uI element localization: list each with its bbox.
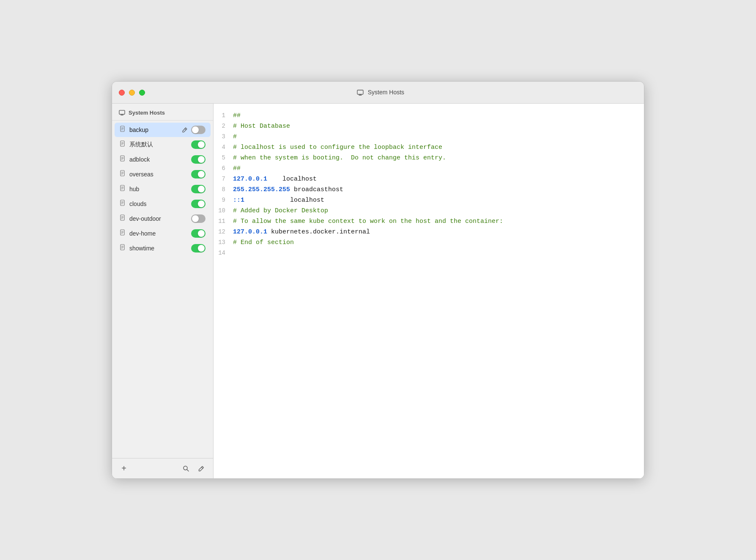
svg-line-10 xyxy=(185,129,186,130)
line-number: 14 xyxy=(214,248,233,258)
line-content[interactable]: 127.0.0.1 kubernetes.docker.internal xyxy=(233,227,637,237)
ip-text: 127.0.0.1 xyxy=(233,228,267,236)
line-content[interactable]: 127.0.0.1 localhost xyxy=(233,174,637,184)
sidebar-item-actions xyxy=(191,140,205,149)
line-number: 5 xyxy=(214,153,233,163)
sidebar-header-label: System Hosts xyxy=(129,110,165,116)
toggle-overseas[interactable] xyxy=(191,170,205,178)
app-window: System Hosts System Hosts backup xyxy=(112,81,644,479)
file-icon xyxy=(120,229,126,238)
code-line: 1## xyxy=(214,110,644,121)
toggle-dev-outdoor[interactable] xyxy=(191,214,205,223)
editor-area[interactable]: 1##2# Host Database3#4# localhost is use… xyxy=(214,104,644,478)
file-icon xyxy=(120,244,126,253)
line-number: 1 xyxy=(214,110,233,121)
code-line: 8255.255.255.255 broadcasthost xyxy=(214,184,644,195)
line-number: 9 xyxy=(214,195,233,205)
toggle-showtime[interactable] xyxy=(191,244,205,253)
sidebar-item-showtime[interactable]: showtime xyxy=(115,241,211,255)
code-line: 4# localhost is used to configure the lo… xyxy=(214,142,644,153)
sidebar-item-label: showtime xyxy=(129,245,188,252)
toggle-adblock[interactable] xyxy=(191,155,205,164)
file-icon xyxy=(120,140,126,149)
line-number: 6 xyxy=(214,163,233,173)
sidebar-item-actions xyxy=(191,214,205,223)
code-line: 2# Host Database xyxy=(214,121,644,132)
sidebar: System Hosts backup 系统默认 adblock xyxy=(112,104,214,478)
sidebar-item-label: backup xyxy=(129,126,178,133)
file-icon xyxy=(120,170,126,178)
sidebar-item-label: dev-outdoor xyxy=(129,215,188,222)
monitor-icon xyxy=(119,110,125,116)
toggle-knob xyxy=(192,126,199,133)
comment-text: # localhost is used to configure the loo… xyxy=(233,144,442,151)
sidebar-header: System Hosts xyxy=(112,104,213,121)
line-content[interactable]: ## xyxy=(233,111,637,121)
toggle-knob xyxy=(192,215,199,222)
sidebar-item-actions xyxy=(181,126,205,134)
code-line: 9::1 localhost xyxy=(214,195,644,206)
line-number: 3 xyxy=(214,132,233,142)
sidebar-item-dev-home[interactable]: dev-home xyxy=(115,226,211,241)
line-content[interactable]: ## xyxy=(233,164,637,174)
file-icon xyxy=(120,155,126,164)
file-icon xyxy=(120,126,126,134)
sidebar-item-overseas[interactable]: overseas xyxy=(115,167,211,181)
svg-rect-3 xyxy=(119,110,125,114)
line-content[interactable]: # when the system is booting. Do not cha… xyxy=(233,153,637,163)
line-content[interactable]: # Added by Docker Desktop xyxy=(233,206,637,216)
line-content[interactable]: # End of section xyxy=(233,238,637,248)
hostname-text: localhost xyxy=(244,197,324,204)
sidebar-item-dev-outdoor[interactable]: dev-outdoor xyxy=(115,211,211,226)
sidebar-item-actions xyxy=(191,229,205,238)
line-content[interactable]: 255.255.255.255 broadcasthost xyxy=(233,185,637,195)
file-icon xyxy=(120,214,126,223)
toggle-dev-home[interactable] xyxy=(191,229,205,238)
sidebar-item-clouds[interactable]: clouds xyxy=(115,197,211,211)
sidebar-list: backup 系统默认 adblock overseas hub xyxy=(112,121,213,458)
line-number: 10 xyxy=(214,206,233,216)
sidebar-item-label: hub xyxy=(129,186,188,192)
ip-text: ::1 xyxy=(233,197,244,204)
line-number: 11 xyxy=(214,216,233,226)
line-content[interactable]: # Host Database xyxy=(233,121,637,132)
svg-rect-0 xyxy=(357,90,363,94)
toggle-backup[interactable] xyxy=(191,126,205,134)
line-content[interactable]: ::1 localhost xyxy=(233,195,637,206)
line-content[interactable]: # To allow the same kube context to work… xyxy=(233,217,637,227)
ip-text: 255.255.255.255 xyxy=(233,186,290,193)
comment-text: # Added by Docker Desktop xyxy=(233,207,328,214)
title-bar: System Hosts xyxy=(112,82,644,104)
comment-text: # Host Database xyxy=(233,123,290,130)
code-line: 13# End of section xyxy=(214,237,644,248)
sidebar-item-系统默认[interactable]: 系统默认 xyxy=(115,137,211,152)
main-content: System Hosts backup 系统默认 adblock xyxy=(112,104,644,478)
search-button[interactable] xyxy=(180,463,192,475)
sidebar-item-adblock[interactable]: adblock xyxy=(115,152,211,167)
comment-text: ## xyxy=(233,165,241,172)
svg-line-44 xyxy=(187,469,189,471)
sidebar-item-actions xyxy=(191,170,205,178)
sidebar-item-label: 系统默认 xyxy=(129,141,188,148)
sidebar-item-backup[interactable]: backup xyxy=(115,123,211,137)
code-line: 7127.0.0.1 localhost xyxy=(214,174,644,184)
line-content[interactable]: # xyxy=(233,132,637,142)
toggle-knob xyxy=(198,186,205,192)
comment-text: ## xyxy=(233,112,241,119)
code-line: 11# To allow the same kube context to wo… xyxy=(214,216,644,227)
line-number: 2 xyxy=(214,121,233,131)
sidebar-item-hub[interactable]: hub xyxy=(115,182,211,196)
edit-tool-button[interactable] xyxy=(195,463,207,475)
toggle-系统默认[interactable] xyxy=(191,140,205,149)
add-button[interactable]: + xyxy=(118,463,130,475)
toggle-knob xyxy=(198,245,205,252)
sidebar-item-actions xyxy=(191,200,205,208)
line-number: 4 xyxy=(214,142,233,152)
edit-item-button[interactable] xyxy=(181,126,189,134)
sidebar-item-actions xyxy=(191,185,205,193)
toggle-hub[interactable] xyxy=(191,185,205,193)
line-number: 7 xyxy=(214,174,233,184)
line-content[interactable]: # localhost is used to configure the loo… xyxy=(233,143,637,153)
toggle-knob xyxy=(198,141,205,148)
toggle-clouds[interactable] xyxy=(191,200,205,208)
